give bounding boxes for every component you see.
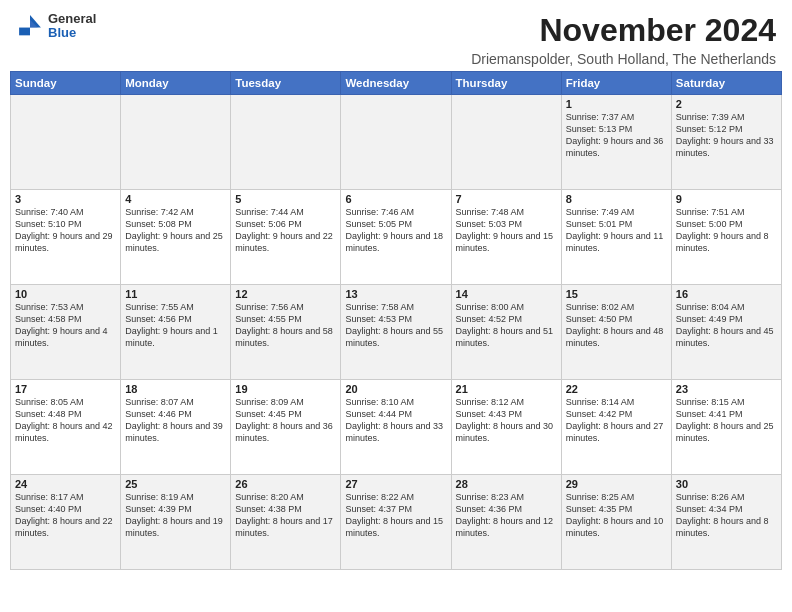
day-cell: 19Sunrise: 8:09 AM Sunset: 4:45 PM Dayli… (231, 380, 341, 475)
page-header: General Blue November 2024 Driemanspolde… (0, 0, 792, 71)
day-cell: 15Sunrise: 8:02 AM Sunset: 4:50 PM Dayli… (561, 285, 671, 380)
logo-icon (16, 12, 44, 40)
day-cell: 24Sunrise: 8:17 AM Sunset: 4:40 PM Dayli… (11, 475, 121, 570)
day-info: Sunrise: 8:17 AM Sunset: 4:40 PM Dayligh… (15, 491, 116, 540)
day-info: Sunrise: 7:53 AM Sunset: 4:58 PM Dayligh… (15, 301, 116, 350)
day-cell: 23Sunrise: 8:15 AM Sunset: 4:41 PM Dayli… (671, 380, 781, 475)
weekday-header-saturday: Saturday (671, 72, 781, 95)
week-row-3: 17Sunrise: 8:05 AM Sunset: 4:48 PM Dayli… (11, 380, 782, 475)
day-info: Sunrise: 7:46 AM Sunset: 5:05 PM Dayligh… (345, 206, 446, 255)
day-cell: 3Sunrise: 7:40 AM Sunset: 5:10 PM Daylig… (11, 190, 121, 285)
day-cell: 11Sunrise: 7:55 AM Sunset: 4:56 PM Dayli… (121, 285, 231, 380)
week-row-4: 24Sunrise: 8:17 AM Sunset: 4:40 PM Dayli… (11, 475, 782, 570)
day-cell: 27Sunrise: 8:22 AM Sunset: 4:37 PM Dayli… (341, 475, 451, 570)
day-number: 8 (566, 193, 667, 205)
day-cell: 12Sunrise: 7:56 AM Sunset: 4:55 PM Dayli… (231, 285, 341, 380)
day-cell: 20Sunrise: 8:10 AM Sunset: 4:44 PM Dayli… (341, 380, 451, 475)
day-cell: 25Sunrise: 8:19 AM Sunset: 4:39 PM Dayli… (121, 475, 231, 570)
day-info: Sunrise: 7:55 AM Sunset: 4:56 PM Dayligh… (125, 301, 226, 350)
day-info: Sunrise: 8:22 AM Sunset: 4:37 PM Dayligh… (345, 491, 446, 540)
day-cell (231, 95, 341, 190)
day-info: Sunrise: 7:58 AM Sunset: 4:53 PM Dayligh… (345, 301, 446, 350)
day-number: 7 (456, 193, 557, 205)
day-cell: 26Sunrise: 8:20 AM Sunset: 4:38 PM Dayli… (231, 475, 341, 570)
day-number: 22 (566, 383, 667, 395)
day-info: Sunrise: 8:00 AM Sunset: 4:52 PM Dayligh… (456, 301, 557, 350)
day-number: 4 (125, 193, 226, 205)
calendar-wrapper: SundayMondayTuesdayWednesdayThursdayFrid… (0, 71, 792, 578)
day-info: Sunrise: 8:12 AM Sunset: 4:43 PM Dayligh… (456, 396, 557, 445)
day-info: Sunrise: 7:44 AM Sunset: 5:06 PM Dayligh… (235, 206, 336, 255)
calendar-header: SundayMondayTuesdayWednesdayThursdayFrid… (11, 72, 782, 95)
day-cell: 22Sunrise: 8:14 AM Sunset: 4:42 PM Dayli… (561, 380, 671, 475)
day-cell (341, 95, 451, 190)
day-cell: 18Sunrise: 8:07 AM Sunset: 4:46 PM Dayli… (121, 380, 231, 475)
day-cell: 30Sunrise: 8:26 AM Sunset: 4:34 PM Dayli… (671, 475, 781, 570)
day-info: Sunrise: 8:15 AM Sunset: 4:41 PM Dayligh… (676, 396, 777, 445)
day-cell: 21Sunrise: 8:12 AM Sunset: 4:43 PM Dayli… (451, 380, 561, 475)
title-block: November 2024 Driemanspolder, South Holl… (471, 12, 776, 67)
day-info: Sunrise: 8:07 AM Sunset: 4:46 PM Dayligh… (125, 396, 226, 445)
day-info: Sunrise: 8:19 AM Sunset: 4:39 PM Dayligh… (125, 491, 226, 540)
day-number: 21 (456, 383, 557, 395)
weekday-header-thursday: Thursday (451, 72, 561, 95)
day-cell: 10Sunrise: 7:53 AM Sunset: 4:58 PM Dayli… (11, 285, 121, 380)
day-number: 17 (15, 383, 116, 395)
day-number: 19 (235, 383, 336, 395)
day-cell (11, 95, 121, 190)
day-cell: 29Sunrise: 8:25 AM Sunset: 4:35 PM Dayli… (561, 475, 671, 570)
day-number: 14 (456, 288, 557, 300)
day-cell: 4Sunrise: 7:42 AM Sunset: 5:08 PM Daylig… (121, 190, 231, 285)
day-info: Sunrise: 8:09 AM Sunset: 4:45 PM Dayligh… (235, 396, 336, 445)
day-info: Sunrise: 8:25 AM Sunset: 4:35 PM Dayligh… (566, 491, 667, 540)
week-row-2: 10Sunrise: 7:53 AM Sunset: 4:58 PM Dayli… (11, 285, 782, 380)
day-cell: 28Sunrise: 8:23 AM Sunset: 4:36 PM Dayli… (451, 475, 561, 570)
day-cell (451, 95, 561, 190)
weekday-header-row: SundayMondayTuesdayWednesdayThursdayFrid… (11, 72, 782, 95)
svg-rect-2 (19, 28, 30, 36)
week-row-0: 1Sunrise: 7:37 AM Sunset: 5:13 PM Daylig… (11, 95, 782, 190)
day-cell: 16Sunrise: 8:04 AM Sunset: 4:49 PM Dayli… (671, 285, 781, 380)
day-info: Sunrise: 8:02 AM Sunset: 4:50 PM Dayligh… (566, 301, 667, 350)
day-cell: 13Sunrise: 7:58 AM Sunset: 4:53 PM Dayli… (341, 285, 451, 380)
day-number: 5 (235, 193, 336, 205)
day-number: 11 (125, 288, 226, 300)
day-info: Sunrise: 8:26 AM Sunset: 4:34 PM Dayligh… (676, 491, 777, 540)
day-cell: 2Sunrise: 7:39 AM Sunset: 5:12 PM Daylig… (671, 95, 781, 190)
day-number: 29 (566, 478, 667, 490)
week-row-1: 3Sunrise: 7:40 AM Sunset: 5:10 PM Daylig… (11, 190, 782, 285)
day-number: 20 (345, 383, 446, 395)
day-number: 1 (566, 98, 667, 110)
day-info: Sunrise: 7:37 AM Sunset: 5:13 PM Dayligh… (566, 111, 667, 160)
day-number: 28 (456, 478, 557, 490)
day-cell: 8Sunrise: 7:49 AM Sunset: 5:01 PM Daylig… (561, 190, 671, 285)
day-number: 24 (15, 478, 116, 490)
logo-text: General Blue (48, 12, 96, 41)
day-cell: 1Sunrise: 7:37 AM Sunset: 5:13 PM Daylig… (561, 95, 671, 190)
weekday-header-tuesday: Tuesday (231, 72, 341, 95)
day-number: 23 (676, 383, 777, 395)
weekday-header-friday: Friday (561, 72, 671, 95)
day-cell: 6Sunrise: 7:46 AM Sunset: 5:05 PM Daylig… (341, 190, 451, 285)
logo-general: General (48, 12, 96, 26)
day-info: Sunrise: 7:39 AM Sunset: 5:12 PM Dayligh… (676, 111, 777, 160)
day-cell: 9Sunrise: 7:51 AM Sunset: 5:00 PM Daylig… (671, 190, 781, 285)
location: Driemanspolder, South Holland, The Nethe… (471, 51, 776, 67)
weekday-header-sunday: Sunday (11, 72, 121, 95)
day-number: 26 (235, 478, 336, 490)
day-info: Sunrise: 7:51 AM Sunset: 5:00 PM Dayligh… (676, 206, 777, 255)
day-info: Sunrise: 8:04 AM Sunset: 4:49 PM Dayligh… (676, 301, 777, 350)
day-number: 27 (345, 478, 446, 490)
day-info: Sunrise: 7:48 AM Sunset: 5:03 PM Dayligh… (456, 206, 557, 255)
day-info: Sunrise: 8:05 AM Sunset: 4:48 PM Dayligh… (15, 396, 116, 445)
day-info: Sunrise: 8:23 AM Sunset: 4:36 PM Dayligh… (456, 491, 557, 540)
logo-blue: Blue (48, 26, 96, 40)
day-number: 25 (125, 478, 226, 490)
day-number: 2 (676, 98, 777, 110)
day-number: 30 (676, 478, 777, 490)
day-cell: 14Sunrise: 8:00 AM Sunset: 4:52 PM Dayli… (451, 285, 561, 380)
day-number: 9 (676, 193, 777, 205)
day-number: 16 (676, 288, 777, 300)
day-number: 10 (15, 288, 116, 300)
day-info: Sunrise: 8:14 AM Sunset: 4:42 PM Dayligh… (566, 396, 667, 445)
